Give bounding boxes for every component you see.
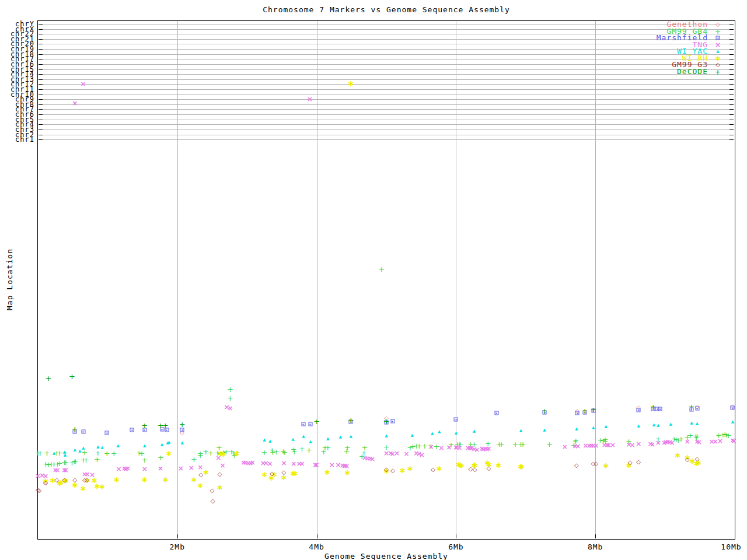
marker-gm99-gb4: + — [94, 456, 100, 463]
marker-wi-rh: ∗ — [99, 482, 106, 491]
right-tick — [729, 74, 734, 75]
marker-marshfield — [81, 430, 85, 434]
marker-gm99-gb4: + — [324, 444, 331, 452]
marker-marshfield-dot — [732, 407, 733, 408]
marker-marshfield-dot — [496, 412, 497, 414]
marker-decode: + — [313, 418, 320, 425]
marker-wi-yac: ▲ — [53, 452, 55, 456]
marker-wi-rh: ∗ — [344, 468, 351, 477]
marker-wi-yac: ▲ — [349, 435, 352, 439]
marker-tng: × — [404, 450, 410, 457]
chart-canvas: Chromosome 7 Markers vs Genome Sequence … — [0, 0, 747, 560]
marker-gm99-g3: ◇ — [636, 459, 641, 465]
marker-wi-yac: ▲ — [263, 438, 266, 442]
marker-gm99-gb4: + — [227, 394, 233, 402]
marker-gm99-g3: ◇ — [384, 467, 389, 473]
chromosome-gridline — [39, 109, 734, 110]
left-tick — [39, 74, 43, 75]
marker-marshfield — [454, 418, 458, 422]
marker-gm99-gb4: + — [191, 456, 197, 463]
marker-marshfield — [308, 422, 312, 426]
marker-marshfield — [658, 407, 662, 411]
marker-wi-yac: ▲ — [592, 426, 595, 430]
marker-tng: × — [593, 442, 599, 449]
marker-wi-rh: ∗ — [292, 469, 299, 477]
right-tick — [729, 39, 734, 40]
marker-marshfield-dot — [577, 412, 578, 414]
legend-marker-gm99-gb4: + — [715, 27, 721, 35]
marker-gm99-g3: ◇ — [43, 480, 48, 486]
marker-wi-yac: ▲ — [731, 420, 734, 424]
marker-tng: × — [228, 405, 233, 412]
marker-tng: × — [54, 467, 60, 474]
chromosome-gridline — [39, 79, 734, 80]
marker-gm99-g3: ◇ — [574, 463, 579, 468]
marker-wi-yac: ▲ — [338, 435, 341, 439]
marker-wi-yac: ▲ — [669, 422, 672, 426]
marker-tng: × — [669, 439, 675, 446]
left-tick — [39, 124, 43, 125]
marker-decode: + — [542, 407, 548, 415]
marker-wi-rh: ∗ — [261, 470, 268, 478]
bottom-tick — [317, 534, 317, 538]
right-tick — [729, 135, 734, 135]
marker-wi-yac: ▲ — [519, 429, 522, 433]
chromosome-gridline — [39, 124, 734, 125]
marker-tng: × — [717, 438, 723, 444]
marker-wi-yac: ▲ — [473, 429, 476, 433]
marker-gm99-g3: ◇ — [62, 477, 67, 483]
marker-tng: × — [655, 439, 661, 446]
marker-wi-yac: ▲ — [385, 434, 388, 438]
right-tick — [729, 84, 734, 85]
marker-gm99-gb4: + — [546, 440, 553, 448]
marker-gm99-g3: ◇ — [270, 471, 274, 477]
left-tick — [39, 39, 43, 40]
marker-gm99-g3: ◇ — [487, 466, 491, 471]
right-tick — [729, 94, 734, 95]
right-tick — [729, 99, 734, 100]
left-tick — [39, 109, 43, 110]
marker-marshfield — [637, 408, 641, 412]
left-tick — [39, 139, 43, 140]
marker-gm99-gb4: + — [72, 457, 79, 465]
marker-wi-rh: ∗ — [324, 468, 331, 476]
right-tick — [729, 54, 734, 55]
marker-gm99-gb4: + — [520, 440, 526, 448]
marker-marshfield — [180, 428, 184, 432]
marker-marshfield-dot — [106, 432, 107, 433]
marker-gm99-gb4: + — [62, 459, 69, 466]
marker-wi-rh: ∗ — [399, 466, 406, 474]
marker-tng: × — [428, 443, 434, 450]
marker-gm99-gb4: + — [37, 449, 43, 457]
marker-wi-yac: ▲ — [64, 453, 67, 457]
right-tick — [729, 44, 734, 44]
right-tick — [729, 29, 734, 30]
marker-wi-yac: ▲ — [167, 440, 170, 444]
marker-decode: + — [650, 403, 657, 411]
marker-tng: × — [299, 460, 305, 467]
marker-gm99-gb4: + — [208, 449, 214, 457]
x-tick-label: 8Mb — [578, 542, 613, 551]
left-tick — [39, 49, 43, 50]
marker-wi-yac: ▲ — [575, 427, 578, 431]
marker-wi-yac: ▲ — [100, 446, 103, 450]
left-tick — [39, 79, 43, 80]
marker-marshfield — [695, 407, 699, 411]
marker-wi-rh: ∗ — [436, 464, 443, 473]
marker-tng: × — [562, 443, 568, 450]
legend-marker-decode: + — [715, 68, 721, 75]
left-tick — [39, 44, 43, 44]
marker-wi-yac: ▲ — [326, 437, 329, 441]
mb-gridline — [177, 21, 178, 538]
marker-wi-rh: ∗ — [166, 449, 173, 457]
right-tick — [729, 114, 734, 115]
marker-tng: × — [731, 438, 737, 444]
left-tick — [39, 135, 43, 135]
marker-tng: × — [63, 467, 69, 474]
marker-tng: × — [81, 80, 86, 88]
chromosome-gridline — [39, 104, 734, 105]
marker-wi-yac: ▲ — [637, 424, 640, 428]
right-tick — [729, 130, 734, 130]
marker-marshfield-dot — [310, 424, 311, 425]
marker-gm99-g3: ◇ — [54, 477, 59, 483]
